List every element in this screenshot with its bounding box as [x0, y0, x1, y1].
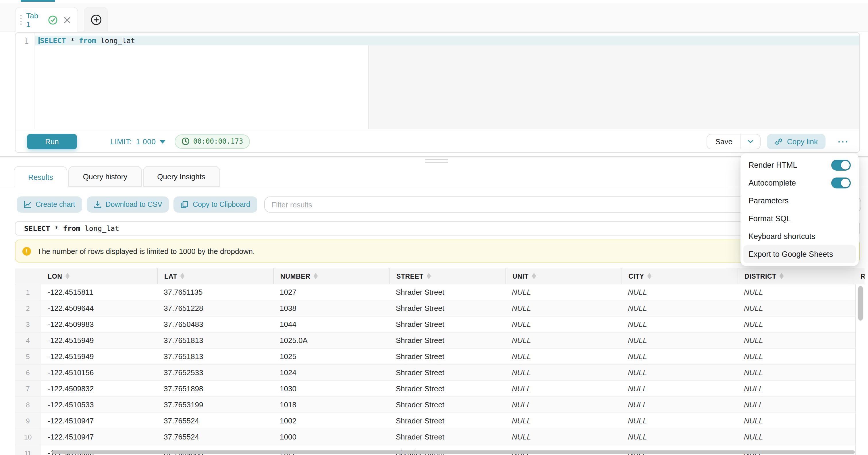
close-tab-icon[interactable] [64, 17, 71, 23]
create-chart-button[interactable]: Create chart [17, 196, 82, 213]
column-header-unit[interactable]: UNIT [505, 268, 622, 284]
table-cell: -122.4509983 [41, 316, 157, 332]
table-row[interactable]: 9-122.451094737.7655241002Shrader Street… [15, 413, 865, 429]
sort-icon[interactable] [65, 273, 69, 279]
table-row[interactable]: 7-122.450983237.76518981030Shrader Stree… [15, 381, 865, 397]
table-cell: 1002 [273, 413, 390, 429]
executed-query-display: SELECT * from long_lat [15, 221, 860, 236]
sql-keyword: from [79, 36, 96, 45]
column-header-re[interactable]: RE [854, 268, 865, 284]
sort-icon[interactable] [532, 273, 536, 279]
table-cell: Shrader Street [390, 365, 505, 380]
column-header-lon[interactable]: LON [41, 268, 157, 284]
column-header-district[interactable]: DISTRICT [738, 268, 854, 284]
column-header-label: RE [861, 273, 865, 279]
warning-text: The number of rows displayed is limited … [37, 247, 255, 255]
tab-query-insights[interactable]: Query Insights [143, 166, 220, 187]
menu-item-render-html[interactable]: Render HTML [743, 156, 856, 174]
table-cell: -122.4509644 [41, 300, 157, 316]
menu-item-autocomplete[interactable]: Autocomplete [743, 174, 856, 192]
table-cell: NULL [738, 365, 854, 380]
row-number-cell: 9 [15, 413, 41, 429]
table-cell: NULL [505, 349, 622, 364]
copy-link-button[interactable]: Copy link [767, 133, 825, 149]
table-cell: -122.4515949 [41, 349, 157, 364]
table-cell: Shrader Street [390, 333, 505, 348]
vertical-scrollbar[interactable] [858, 286, 863, 321]
table-cell: 37.765524 [157, 429, 273, 445]
table-cell: -122.4510947 [41, 429, 157, 445]
save-button[interactable]: Save [707, 134, 741, 149]
table-row[interactable]: 2-122.450964437.76512281038Shrader Stree… [15, 300, 865, 316]
tab-query-history[interactable]: Query history [69, 166, 142, 187]
sort-icon[interactable] [648, 273, 652, 279]
editor-active-line[interactable]: SELECT * from long_lat [35, 36, 859, 46]
menu-item-format-sql[interactable]: Format SQL [743, 210, 856, 228]
row-number-cell: 7 [15, 381, 41, 396]
editor-gutter: 1 [16, 33, 34, 129]
table-cell: NULL [622, 429, 738, 445]
column-header-lat[interactable]: LAT [157, 268, 273, 284]
sql-keyword: SELECT [24, 224, 50, 233]
menu-item-export-to-google-sheets[interactable]: Export to Google Sheets [743, 245, 856, 263]
toggle-switch-on[interactable] [831, 160, 851, 171]
tab-results[interactable]: Results [14, 166, 67, 187]
query-duration-badge: 00:00:00.173 [175, 134, 250, 149]
row-number-cell: 8 [15, 397, 41, 413]
panel-resize-handle[interactable] [425, 159, 448, 163]
limit-dropdown[interactable]: LIMIT: 1 000 [110, 137, 166, 146]
table-row[interactable]: 8-122.451053337.76531991018Shrader Stree… [15, 397, 865, 413]
sort-icon[interactable] [780, 273, 784, 279]
horizontal-scrollbar[interactable] [52, 450, 855, 454]
table-cell: 37.7651813 [157, 333, 273, 348]
table-cell: Shrader Street [390, 381, 505, 396]
table-row[interactable]: 4-122.451594937.76518131025.0AShrader St… [15, 333, 865, 349]
add-tab-button[interactable] [84, 7, 108, 32]
sort-icon[interactable] [181, 273, 185, 279]
table-cell: NULL [505, 316, 622, 332]
chart-line-icon [24, 201, 32, 209]
download-csv-button[interactable]: Download to CSV [87, 196, 169, 213]
copy-to-clipboard-button[interactable]: Copy to Clipboard [174, 196, 257, 213]
check-circle-icon [48, 15, 57, 24]
table-row[interactable]: 1-122.451581137.76511351027Shrader Stree… [15, 284, 865, 300]
sql-keyword: SELECT [40, 36, 66, 45]
column-header-label: CITY [628, 273, 644, 279]
menu-item-keyboard-shortcuts[interactable]: Keyboard shortcuts [743, 228, 856, 245]
table-cell: -122.4510533 [41, 397, 157, 413]
table-cell: NULL [738, 316, 854, 332]
save-split-button: Save [707, 133, 761, 149]
more-options-button[interactable]: ··· [838, 136, 849, 146]
sort-icon[interactable] [314, 273, 318, 279]
row-number-cell: 4 [15, 333, 41, 348]
menu-item-parameters[interactable]: Parameters [743, 192, 856, 210]
more-options-menu: Render HTMLAutocompleteParametersFormat … [741, 153, 859, 266]
column-header-label: LAT [164, 273, 177, 279]
column-header-number[interactable]: NUMBER [273, 268, 390, 284]
table-cell: Shrader Street [390, 413, 505, 429]
table-cell: 37.7651813 [157, 349, 273, 364]
table-cell: -122.4515949 [41, 333, 157, 348]
run-button[interactable]: Run [27, 133, 77, 149]
table-row[interactable]: 3-122.450998337.76504831044Shrader Stree… [15, 316, 865, 333]
executed-query-text: SELECT * from long_lat [24, 224, 119, 233]
table-row[interactable]: 10-122.451094737.7655241000Shrader Stree… [15, 429, 865, 445]
table-cell: NULL [505, 381, 622, 396]
row-number-cell: 2 [15, 300, 41, 316]
row-number-cell: 10 [15, 429, 41, 445]
copy-to-clipboard-label: Copy to Clipboard [193, 201, 250, 209]
table-row[interactable]: 6-122.451015637.76525331024Shrader Stree… [15, 365, 865, 381]
save-options-button[interactable] [741, 134, 760, 149]
code-area[interactable]: 1 SELECT * from long_lat [16, 33, 859, 129]
column-header-city[interactable]: CITY [622, 268, 738, 284]
table-cell: 1038 [273, 300, 390, 316]
column-header-street[interactable]: STREET [390, 268, 505, 284]
table-cell: NULL [622, 300, 738, 316]
sort-icon[interactable] [427, 273, 431, 279]
drag-handle-icon[interactable] [20, 14, 22, 25]
chevron-down-icon [747, 139, 754, 143]
toggle-switch-on[interactable] [831, 178, 851, 188]
toggle-knob [841, 179, 849, 187]
query-tab-1[interactable]: Tab 1 [15, 7, 78, 32]
table-row[interactable]: 5-122.451594937.76518131025Shrader Stree… [15, 349, 865, 365]
